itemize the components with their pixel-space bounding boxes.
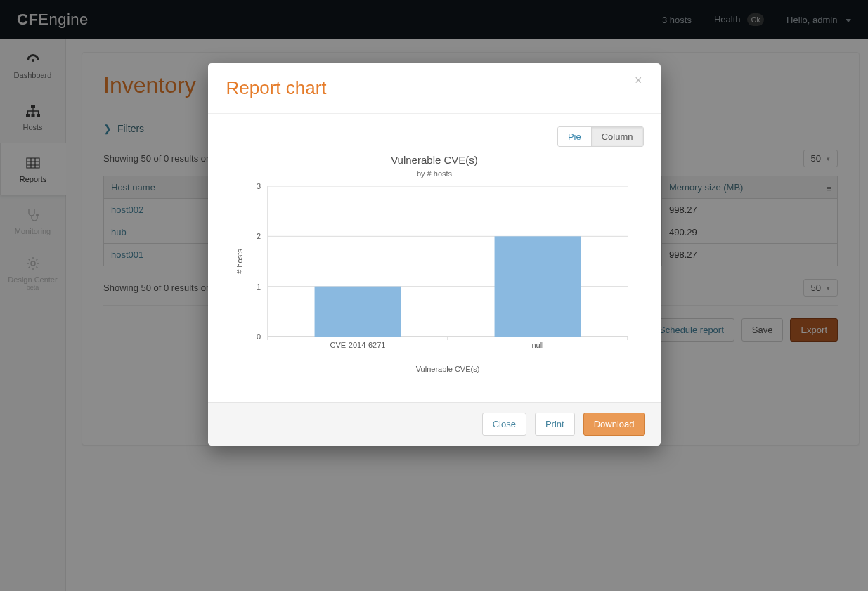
svg-rect-19	[314, 287, 401, 337]
chart-container: Vulnerable CVE(s)by # hosts0123CVE-2014-…	[225, 147, 644, 376]
chart-type-column[interactable]: Column	[591, 127, 643, 146]
svg-text:Vulnerable CVE(s): Vulnerable CVE(s)	[415, 365, 479, 373]
close-icon[interactable]: ×	[635, 73, 642, 88]
modal-header: Report chart ×	[208, 63, 661, 114]
svg-text:# hosts: # hosts	[235, 249, 244, 274]
svg-text:by # hosts: by # hosts	[416, 169, 452, 178]
svg-text:Vulnerable CVE(s): Vulnerable CVE(s)	[391, 154, 478, 166]
modal-body: Pie Column Vulnerable CVE(s)by # hosts01…	[208, 114, 661, 402]
close-button[interactable]: Close	[482, 413, 526, 436]
chart-type-switch: Pie Column	[557, 126, 644, 147]
modal-title: Report chart	[226, 77, 327, 99]
svg-text:1: 1	[256, 282, 260, 291]
print-button[interactable]: Print	[535, 413, 575, 436]
column-chart: Vulnerable CVE(s)by # hosts0123CVE-2014-…	[227, 151, 642, 376]
svg-text:0: 0	[256, 332, 260, 341]
download-button[interactable]: Download	[583, 413, 645, 436]
svg-rect-22	[494, 236, 581, 337]
svg-text:null: null	[531, 341, 543, 349]
svg-text:2: 2	[256, 232, 260, 240]
chart-type-pie[interactable]: Pie	[558, 127, 591, 146]
modal-overlay[interactable]: Report chart × Pie Column Vulnerable CVE…	[0, 0, 868, 591]
svg-text:3: 3	[256, 182, 260, 190]
svg-text:CVE-2014-6271: CVE-2014-6271	[330, 341, 385, 349]
report-chart-modal: Report chart × Pie Column Vulnerable CVE…	[208, 63, 661, 446]
modal-footer: Close Print Download	[208, 402, 661, 446]
